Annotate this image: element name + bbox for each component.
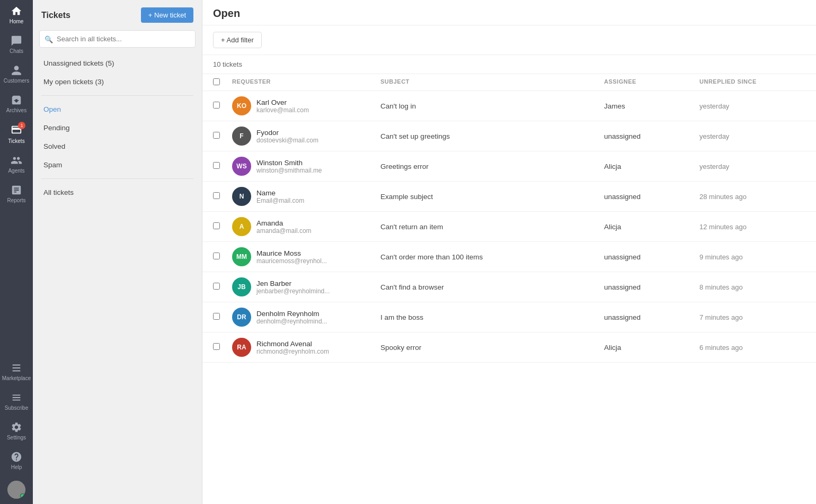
subject-cell: Can't return an item — [380, 223, 604, 231]
sidebar-agents-label: Agents — [8, 168, 24, 174]
requester-email: mauricemoss@reynhol... — [256, 257, 327, 265]
requester-cell: A Amanda amanda@mail.com — [232, 217, 380, 236]
tickets-badge-wrapper: 1 — [11, 124, 22, 137]
sidebar-item-agents[interactable]: Agents — [0, 149, 33, 179]
requester-cell: JB Jen Barber jenbarber@reynholmind... — [232, 277, 380, 296]
nav-solved[interactable]: Solved — [41, 137, 193, 156]
nav-spam[interactable]: Spam — [41, 156, 193, 174]
sidebar-tickets-label: Tickets — [8, 138, 24, 144]
unreplied-cell: 28 minutes ago — [699, 193, 805, 201]
sidebar-marketplace-label: Marketplace — [2, 375, 31, 381]
requester-info: Karl Over karlove@mail.com — [256, 98, 309, 114]
subject-cell: Can't set up greetings — [380, 132, 604, 140]
row-select-checkbox[interactable] — [213, 102, 220, 109]
tickets-badge: 1 — [18, 122, 25, 129]
subject-cell: I am the boss — [380, 313, 604, 321]
row-select-checkbox[interactable] — [213, 283, 220, 290]
row-select-checkbox[interactable] — [213, 192, 220, 199]
search-input[interactable] — [39, 30, 196, 48]
row-select-checkbox[interactable] — [213, 343, 220, 350]
add-filter-button[interactable]: + Add filter — [213, 32, 262, 48]
table-row[interactable]: A Amanda amanda@mail.com Can't return an… — [202, 212, 816, 242]
th-requester: REQUESTER — [232, 78, 380, 86]
nav-divider-1 — [41, 95, 193, 96]
table-row[interactable]: F Fyodor dostoevski@mail.com Can't set u… — [202, 121, 816, 151]
nav-my-open[interactable]: My open tickets (3) — [41, 73, 193, 91]
th-assignee: ASSIGNEE — [604, 78, 699, 86]
requester-cell: F Fyodor dostoevski@mail.com — [232, 127, 380, 146]
requester-cell: KO Karl Over karlove@mail.com — [232, 96, 380, 115]
filter-bar: + Add filter — [202, 25, 816, 55]
nav-pending[interactable]: Pending — [41, 119, 193, 137]
table-row[interactable]: RA Richmond Avenal richmond@reynholm.com… — [202, 332, 816, 363]
sidebar-item-marketplace[interactable]: Marketplace — [0, 357, 33, 386]
row-checkbox — [213, 282, 232, 292]
unreplied-cell: 9 minutes ago — [699, 253, 805, 261]
online-indicator — [20, 493, 25, 498]
sidebar-item-chats[interactable]: Chats — [0, 30, 33, 59]
unreplied-cell: yesterday — [699, 163, 805, 170]
table-row[interactable]: JB Jen Barber jenbarber@reynholmind... C… — [202, 272, 816, 302]
requester-avatar: RA — [232, 338, 251, 357]
table-row[interactable]: MM Maurice Moss mauricemoss@reynhol... C… — [202, 242, 816, 272]
requester-info: Richmond Avenal richmond@reynholm.com — [256, 340, 329, 355]
left-panel-header: Tickets + New ticket — [33, 0, 202, 30]
sidebar-item-help[interactable]: Help — [0, 446, 33, 475]
sidebar-archives-label: Archives — [6, 107, 26, 113]
row-checkbox — [213, 101, 232, 111]
row-select-checkbox[interactable] — [213, 313, 220, 320]
requester-email: karlove@mail.com — [256, 106, 309, 114]
requester-cell: MM Maurice Moss mauricemoss@reynhol... — [232, 247, 380, 266]
assignee-cell: Alicja — [604, 344, 699, 352]
tickets-panel-title: Tickets — [41, 11, 70, 20]
sidebar-item-archives[interactable]: Archives — [0, 89, 33, 119]
search-icon: 🔍 — [45, 35, 53, 43]
sidebar-reports-label: Reports — [7, 197, 25, 203]
unreplied-cell: 6 minutes ago — [699, 344, 805, 352]
requester-info: Jen Barber jenbarber@reynholmind... — [256, 280, 330, 295]
sidebar-user-avatar[interactable] — [0, 475, 33, 504]
avatar — [7, 481, 25, 499]
assignee-cell: Alicja — [604, 163, 699, 170]
sidebar-item-customers[interactable]: Customers — [0, 59, 33, 89]
tickets-table: REQUESTER SUBJECT ASSIGNEE UNREPLIED SIN… — [202, 74, 816, 504]
requester-name: Name — [256, 189, 304, 197]
unreplied-cell: yesterday — [699, 132, 805, 140]
table-row[interactable]: WS Winston Smith winston@smithmail.me Gr… — [202, 151, 816, 182]
tickets-list: KO Karl Over karlove@mail.com Can't log … — [202, 91, 816, 363]
row-checkbox — [213, 312, 232, 322]
requester-email: winston@smithmail.me — [256, 167, 322, 174]
table-row[interactable]: KO Karl Over karlove@mail.com Can't log … — [202, 91, 816, 121]
row-select-checkbox[interactable] — [213, 253, 220, 259]
sidebar-item-settings[interactable]: Settings — [0, 416, 33, 446]
requester-cell: N Name Email@mail.com — [232, 187, 380, 206]
sidebar: Home Chats Customers Archives 1 Tickets … — [0, 0, 33, 504]
requester-info: Maurice Moss mauricemoss@reynhol... — [256, 249, 327, 265]
requester-avatar: JB — [232, 277, 251, 296]
select-all-checkbox[interactable] — [213, 78, 220, 85]
requester-avatar: F — [232, 127, 251, 146]
nav-open[interactable]: Open — [41, 100, 193, 119]
sidebar-item-subscribe[interactable]: Subscribe — [0, 386, 33, 416]
row-checkbox — [213, 343, 232, 352]
row-select-checkbox[interactable] — [213, 162, 220, 169]
requester-info: Denholm Reynholm denholm@reynholmind... — [256, 310, 327, 325]
unreplied-cell: 12 minutes ago — [699, 223, 805, 231]
requester-info: Amanda amanda@mail.com — [256, 219, 312, 235]
nav-all-tickets[interactable]: All tickets — [41, 183, 193, 202]
assignee-cell: unassigned — [604, 193, 699, 201]
new-ticket-button[interactable]: + New ticket — [141, 7, 193, 23]
assignee-cell: unassigned — [604, 132, 699, 140]
sidebar-item-tickets[interactable]: 1 Tickets — [0, 119, 33, 149]
sidebar-item-reports[interactable]: Reports — [0, 179, 33, 209]
table-row[interactable]: N Name Email@mail.com Example subject un… — [202, 182, 816, 212]
requester-avatar: KO — [232, 96, 251, 115]
requester-name: Winston Smith — [256, 159, 322, 167]
subject-cell: Can't find a browser — [380, 283, 604, 291]
requester-email: richmond@reynholm.com — [256, 348, 329, 355]
row-select-checkbox[interactable] — [213, 222, 220, 229]
table-row[interactable]: DR Denholm Reynholm denholm@reynholmind.… — [202, 302, 816, 332]
sidebar-item-home[interactable]: Home — [0, 0, 33, 30]
nav-unassigned[interactable]: Unassigned tickets (5) — [41, 54, 193, 73]
row-select-checkbox[interactable] — [213, 132, 220, 139]
